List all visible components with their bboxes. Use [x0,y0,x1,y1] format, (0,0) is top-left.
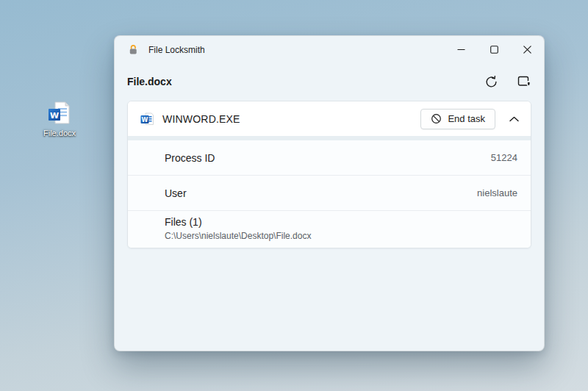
refresh-button[interactable] [483,73,499,90]
svg-text:W: W [142,117,148,123]
user-row: User nielslaute [128,176,531,210]
process-expander: W WINWORD.EXE End task Process ID 5122 [127,101,531,248]
selected-file-header: File.docx [115,71,544,93]
maximize-button[interactable] [478,36,511,63]
process-id-row: Process ID 51224 [128,140,531,175]
process-id-label: Process ID [165,152,215,164]
restart-as-admin-button[interactable] [516,73,532,90]
files-label: Files (1) [165,216,517,228]
close-button[interactable] [511,36,544,63]
collapse-expander-button[interactable] [504,110,523,129]
process-expander-header[interactable]: W WINWORD.EXE End task [128,101,531,136]
word-document-icon: W [46,100,73,126]
minimize-button[interactable] [445,36,478,63]
end-task-label: End task [448,113,485,124]
process-name: WINWORD.EXE [162,113,240,125]
selected-file-name: File.docx [127,76,172,87]
user-label: User [165,187,187,199]
process-id-value: 51224 [491,152,517,163]
file-locksmith-window: File Locksmith File.docx [114,35,545,351]
caption-buttons [445,36,544,63]
header-actions [483,73,532,90]
user-value: nielslaute [477,187,517,198]
unlocked-padlock-icon [127,44,139,56]
file-path: C:\Users\nielslaute\Desktop\File.docx [165,231,517,241]
end-task-button[interactable]: End task [420,109,495,129]
svg-text:W: W [50,111,59,121]
winword-app-icon: W [140,112,154,126]
desktop-shortcut-label: File.docx [43,129,76,137]
desktop-shortcut-file-docx[interactable]: W File.docx [38,100,81,137]
window-titlebar[interactable]: File Locksmith [115,36,544,63]
files-row: Files (1) C:\Users\nielslaute\Desktop\Fi… [128,211,531,248]
window-title: File Locksmith [148,45,205,55]
prohibition-icon [431,113,442,124]
